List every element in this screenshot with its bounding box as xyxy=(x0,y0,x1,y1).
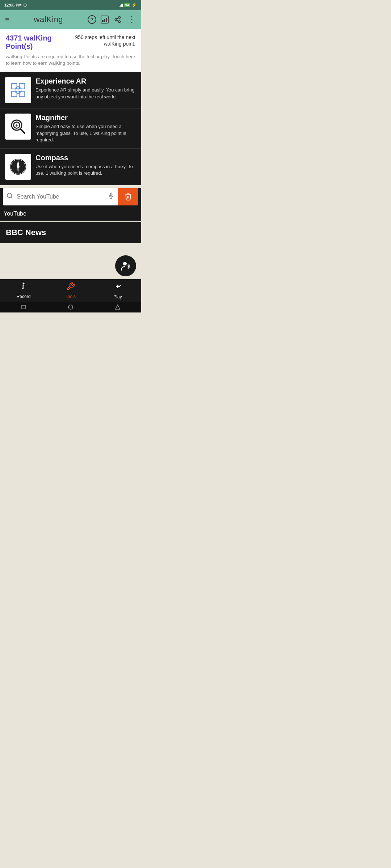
magnifier-icon-box: + xyxy=(5,114,31,140)
compass-tool-title: Compass xyxy=(35,154,136,162)
magnifier-tool-text: Magnifier Simple and easy to use when yo… xyxy=(35,114,136,143)
experience-ar-card[interactable]: Experience AR Experience AR simply and e… xyxy=(0,72,141,109)
svg-rect-32 xyxy=(117,285,118,288)
recents-button[interactable] xyxy=(114,303,121,311)
compass-tool-text: Compass Use it when you need a compass i… xyxy=(35,154,136,176)
points-description: walKing Points are required to use the t… xyxy=(6,54,135,67)
help-button[interactable]: ? xyxy=(88,15,96,24)
status-left: 12:06 PM ⊙ xyxy=(4,3,27,8)
points-row: 4371 walKing Point(s) 950 steps left unt… xyxy=(6,34,135,51)
status-bar: 12:06 PM ⊙ 94 ⚡ xyxy=(0,0,141,10)
tools-icon xyxy=(66,282,75,293)
status-right: 94 ⚡ xyxy=(119,3,137,8)
battery-icon: 94 xyxy=(124,3,130,7)
menu-button[interactable]: ≡ xyxy=(5,16,9,24)
points-value: 4371 walKing Point(s) xyxy=(6,34,64,51)
home-button[interactable] xyxy=(67,303,74,311)
magnifier-card[interactable]: + Magnifier Simple and easy to use when … xyxy=(0,109,141,149)
bottom-nav: Record Tools Play xyxy=(0,279,141,302)
nav-play[interactable]: Play xyxy=(94,279,141,302)
svg-marker-37 xyxy=(115,305,120,309)
compass-icon-box xyxy=(5,154,31,180)
person-speaking-icon xyxy=(120,260,131,272)
more-options-button[interactable]: ⋮ xyxy=(127,15,136,24)
record-label: Record xyxy=(17,294,31,299)
svg-rect-25 xyxy=(110,193,112,196)
search-icon xyxy=(3,192,17,201)
svg-line-16 xyxy=(20,129,25,133)
system-nav-bar xyxy=(0,302,141,312)
svg-point-28 xyxy=(123,262,127,265)
time-display: 12:06 PM xyxy=(4,3,22,7)
svg-text:+: + xyxy=(15,122,18,128)
ar-tool-text: Experience AR Experience AR simply and e… xyxy=(35,77,136,100)
ar-tool-desc: Experience AR simply and easily. You can… xyxy=(35,87,136,100)
youtube-search-bar[interactable] xyxy=(3,188,138,205)
svg-point-29 xyxy=(23,282,25,284)
signal-bars-icon xyxy=(119,3,123,7)
svg-point-33 xyxy=(120,285,121,286)
play-label: Play xyxy=(113,294,122,299)
svg-point-36 xyxy=(68,305,73,309)
stats-button[interactable] xyxy=(101,16,109,24)
points-next-text: 950 steps left until the next walKing po… xyxy=(64,34,135,47)
nav-record[interactable]: Record xyxy=(0,279,47,302)
back-button[interactable] xyxy=(20,303,27,311)
points-banner[interactable]: 4371 walKing Point(s) 950 steps left unt… xyxy=(0,29,141,72)
location-icon: ⊙ xyxy=(23,3,27,8)
compass-icon xyxy=(9,157,28,176)
compass-tool-desc: Use it when you need a compass in a hurr… xyxy=(35,163,136,176)
bbc-news-title: BBC News xyxy=(6,228,135,237)
app-title: walKing xyxy=(13,15,84,24)
svg-line-4 xyxy=(117,18,119,19)
svg-point-2 xyxy=(119,21,121,22)
magnifier-icon: + xyxy=(9,117,28,136)
svg-point-0 xyxy=(119,17,121,18)
nav-icons: ? ⋮ xyxy=(88,15,136,24)
magnifier-tool-title: Magnifier xyxy=(35,114,136,122)
tools-label: Tools xyxy=(66,294,76,299)
svg-line-24 xyxy=(11,197,12,198)
svg-point-1 xyxy=(115,19,117,21)
nav-bar: ≡ walKing ? ⋮ xyxy=(0,10,141,29)
svg-rect-35 xyxy=(22,305,25,309)
youtube-section: YouTube xyxy=(0,188,141,221)
svg-point-34 xyxy=(119,286,120,287)
svg-line-3 xyxy=(117,20,119,21)
svg-point-22 xyxy=(17,166,19,168)
play-icon xyxy=(113,282,122,293)
bbc-news-card[interactable]: BBC News xyxy=(0,222,141,243)
record-icon xyxy=(19,282,28,293)
nav-tools[interactable]: Tools xyxy=(47,279,94,302)
share-button[interactable] xyxy=(113,15,122,24)
youtube-label: YouTube xyxy=(0,208,141,221)
ar-icon xyxy=(9,81,27,99)
mic-icon[interactable] xyxy=(104,192,118,201)
charging-icon: ⚡ xyxy=(131,3,137,8)
magnifier-tool-desc: Simple and easy to use when you need a m… xyxy=(35,123,136,143)
ar-tool-title: Experience AR xyxy=(35,77,136,85)
compass-card[interactable]: Compass Use it when you need a compass i… xyxy=(0,149,141,185)
youtube-clear-button[interactable] xyxy=(118,188,138,205)
voice-fab-button[interactable] xyxy=(115,255,136,276)
ar-icon-box xyxy=(5,77,31,103)
youtube-search-input[interactable] xyxy=(17,193,104,200)
svg-point-23 xyxy=(7,193,12,198)
